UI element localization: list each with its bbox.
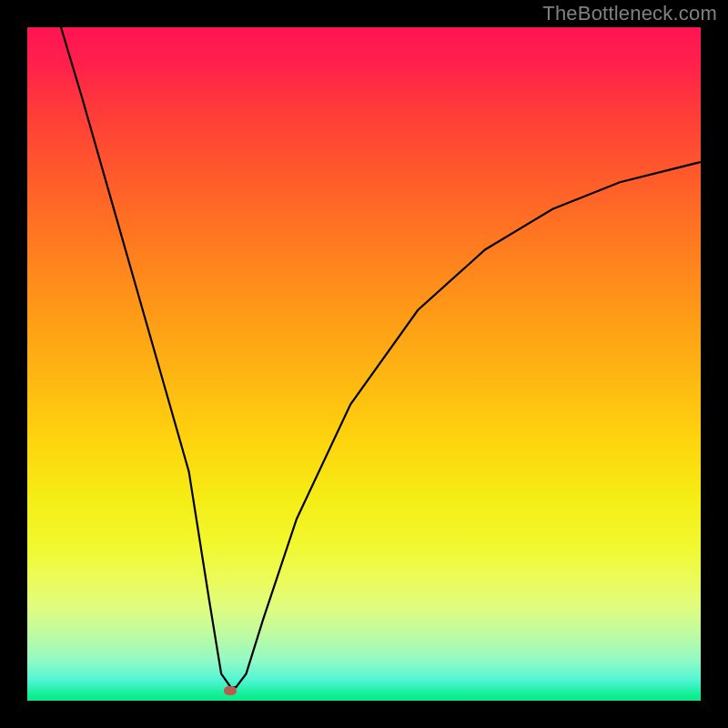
bottleneck-curve [61, 27, 701, 687]
optimal-point-marker [224, 686, 237, 695]
watermark-text: TheBottleneck.com [542, 2, 717, 25]
curve-svg [27, 27, 701, 701]
plot-area [27, 27, 701, 701]
